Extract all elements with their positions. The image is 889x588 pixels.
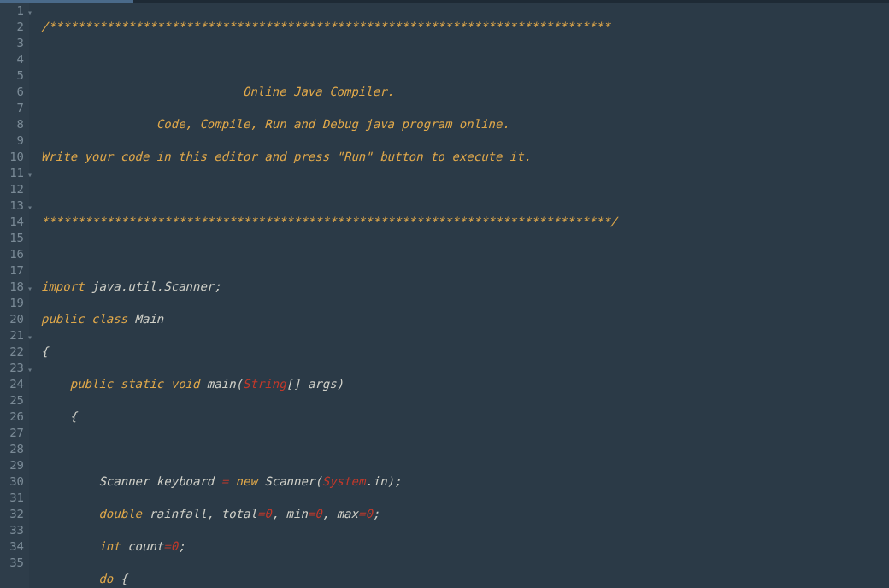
- line-number[interactable]: 9: [0, 132, 24, 149]
- code-line[interactable]: public static void main(String[] args): [41, 376, 889, 392]
- line-number[interactable]: 27: [0, 425, 24, 441]
- code-line[interactable]: double rainfall, total=0, min=0, max=0;: [41, 506, 889, 522]
- line-number[interactable]: 15: [0, 230, 24, 246]
- code-line[interactable]: /***************************************…: [41, 19, 889, 35]
- code-line[interactable]: {: [41, 409, 889, 425]
- line-number[interactable]: 31: [0, 490, 24, 506]
- identifier-token: , max: [322, 507, 358, 520]
- number-token: 0: [264, 507, 271, 520]
- code-line[interactable]: do {: [41, 571, 889, 587]
- punct-token: ;: [373, 507, 380, 520]
- punct-token: ;: [178, 539, 185, 553]
- identifier-token: Scanner(: [257, 474, 322, 488]
- identifier-token: count: [121, 539, 164, 553]
- line-number[interactable]: 32: [0, 506, 24, 522]
- operator-token: =: [221, 474, 228, 488]
- code-line[interactable]: Write your code in this editor and press…: [41, 149, 889, 165]
- line-number[interactable]: 22: [0, 344, 24, 360]
- line-number[interactable]: 1: [0, 3, 24, 19]
- operator-token: =: [163, 539, 170, 553]
- code-line[interactable]: Online Java Compiler.: [41, 84, 889, 100]
- keyword-token: double: [41, 507, 142, 520]
- number-token: 0: [315, 507, 321, 520]
- code-line[interactable]: [41, 51, 889, 68]
- code-editor[interactable]: 1 2 3 4 5 6 7 8 9 10 11 12 13 14 15 16 1…: [0, 3, 889, 588]
- identifier-token: [] args): [286, 377, 344, 391]
- punct-token: {: [41, 344, 48, 358]
- line-number[interactable]: 20: [0, 311, 24, 327]
- system-token: System: [322, 474, 366, 488]
- punct-token: (: [236, 377, 243, 391]
- code-line[interactable]: [41, 246, 889, 262]
- code-line[interactable]: [41, 181, 889, 197]
- line-number[interactable]: 17: [0, 262, 24, 279]
- line-number[interactable]: 33: [0, 522, 24, 538]
- line-number[interactable]: 11: [0, 165, 24, 181]
- method-token: main: [199, 377, 235, 391]
- number-token: 0: [365, 507, 372, 520]
- line-number[interactable]: 30: [0, 473, 24, 490]
- line-number[interactable]: 7: [0, 100, 24, 116]
- line-number[interactable]: 18: [0, 279, 24, 295]
- keyword-token: int: [41, 539, 121, 553]
- code-line[interactable]: import java.util.Scanner;: [41, 279, 889, 295]
- code-line[interactable]: public class Main: [41, 311, 889, 327]
- line-number[interactable]: 4: [0, 51, 24, 68]
- keyword-token: new: [228, 474, 257, 488]
- line-number[interactable]: 3: [0, 35, 24, 51]
- keyword-token: do: [41, 572, 113, 585]
- keyword-token: public: [41, 312, 85, 326]
- code-line[interactable]: int count=0;: [41, 538, 889, 555]
- code-line[interactable]: ****************************************…: [41, 214, 889, 230]
- line-number[interactable]: 29: [0, 457, 24, 473]
- line-number[interactable]: 13: [0, 197, 24, 214]
- keyword-token: class: [85, 312, 128, 326]
- number-token: 0: [171, 539, 178, 553]
- line-number[interactable]: 35: [0, 555, 24, 571]
- keyword-token: public static void: [41, 377, 199, 391]
- code-line[interactable]: [41, 441, 889, 457]
- code-line[interactable]: Scanner keyboard = new Scanner(System.in…: [41, 473, 889, 490]
- punct-token: {: [41, 409, 77, 423]
- code-text-area[interactable]: /***************************************…: [29, 3, 889, 588]
- line-number[interactable]: 24: [0, 376, 24, 392]
- line-number[interactable]: 14: [0, 214, 24, 230]
- line-number[interactable]: 23: [0, 360, 24, 376]
- keyword-token: import: [41, 279, 85, 293]
- punct-token: {: [113, 572, 127, 585]
- line-number-gutter[interactable]: 1 2 3 4 5 6 7 8 9 10 11 12 13 14 15 16 1…: [0, 3, 29, 588]
- identifier-token: rainfall, total: [142, 507, 257, 520]
- line-number[interactable]: 34: [0, 538, 24, 555]
- comment-token: ****************************************…: [41, 215, 617, 228]
- line-number[interactable]: 21: [0, 327, 24, 344]
- code-line[interactable]: Code, Compile, Run and Debug java progra…: [41, 116, 889, 132]
- line-number[interactable]: 16: [0, 246, 24, 262]
- line-number[interactable]: 25: [0, 392, 24, 409]
- classname-token: Main: [127, 312, 163, 326]
- line-number[interactable]: 19: [0, 295, 24, 311]
- comment-token: Code, Compile, Run and Debug java progra…: [41, 117, 509, 131]
- identifier-token: java.util.Scanner;: [85, 279, 221, 293]
- identifier-token: Scanner keyboard: [41, 474, 221, 488]
- line-number[interactable]: 6: [0, 84, 24, 100]
- identifier-token: .in);: [365, 474, 401, 488]
- comment-token: Online Java Compiler.: [41, 85, 394, 98]
- line-number[interactable]: 28: [0, 441, 24, 457]
- comment-token: Write your code in this editor and press…: [41, 150, 531, 163]
- line-number[interactable]: 12: [0, 181, 24, 197]
- line-number[interactable]: 26: [0, 409, 24, 425]
- identifier-token: , min: [272, 507, 308, 520]
- type-token: String: [243, 377, 286, 391]
- code-line[interactable]: {: [41, 344, 889, 360]
- line-number[interactable]: 10: [0, 149, 24, 165]
- comment-token: /***************************************…: [41, 20, 610, 33]
- line-number[interactable]: 5: [0, 68, 24, 84]
- blank-token: [41, 442, 98, 456]
- line-number[interactable]: 2: [0, 19, 24, 35]
- line-number[interactable]: 8: [0, 116, 24, 132]
